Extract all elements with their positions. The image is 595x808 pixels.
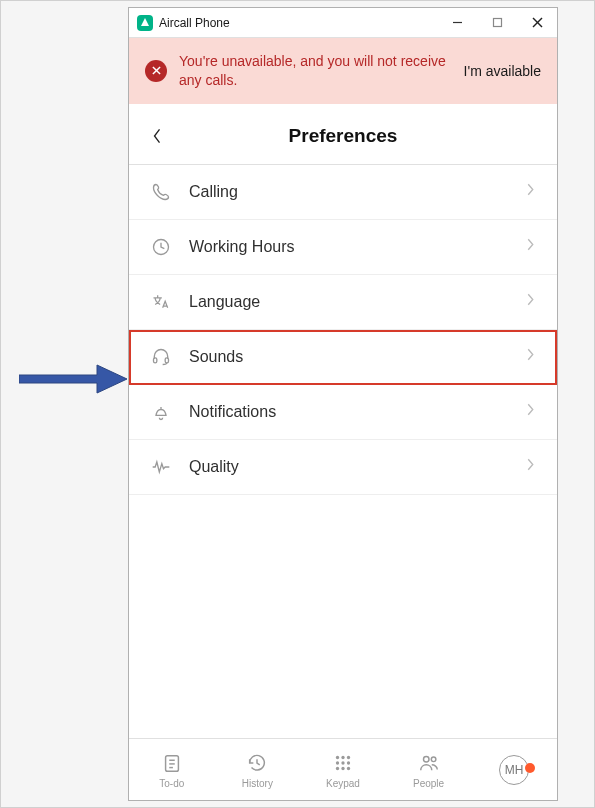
history-icon	[245, 751, 269, 775]
svg-point-19	[341, 761, 344, 764]
banner-message: You're unavailable, and you will not rec…	[179, 52, 452, 90]
svg-point-16	[341, 755, 344, 758]
language-icon	[151, 292, 171, 312]
chevron-right-icon	[526, 347, 535, 366]
people-icon	[417, 751, 441, 775]
svg-point-23	[347, 766, 350, 769]
menu-item-label: Calling	[189, 183, 508, 201]
svg-rect-10	[165, 358, 168, 363]
page-frame: Aircall Phone You're unavailable, and yo…	[0, 0, 595, 808]
maximize-button[interactable]	[477, 8, 517, 38]
phone-icon	[151, 182, 171, 202]
close-button[interactable]	[517, 8, 557, 38]
availability-banner: You're unavailable, and you will not rec…	[129, 38, 557, 104]
svg-point-20	[347, 761, 350, 764]
svg-point-24	[423, 756, 429, 762]
menu-item-sounds[interactable]: Sounds	[129, 330, 557, 385]
chevron-right-icon	[526, 182, 535, 201]
nav-label: To-do	[159, 778, 184, 789]
keypad-icon	[331, 751, 355, 775]
titlebar: Aircall Phone	[129, 8, 557, 38]
nav-todo[interactable]: To-do	[129, 751, 215, 789]
window-title: Aircall Phone	[159, 16, 437, 30]
clock-icon	[151, 237, 171, 257]
waveform-icon	[151, 457, 171, 477]
minimize-button[interactable]	[437, 8, 477, 38]
nav-profile[interactable]: MH	[471, 755, 557, 785]
menu-item-label: Quality	[189, 458, 508, 476]
back-button[interactable]	[145, 124, 169, 148]
chevron-right-icon	[526, 457, 535, 476]
menu-item-label: Notifications	[189, 403, 508, 421]
unavailable-icon	[145, 60, 167, 82]
bell-icon	[151, 402, 171, 422]
svg-rect-3	[493, 19, 501, 27]
menu-item-calling[interactable]: Calling	[129, 165, 557, 220]
menu-item-label: Working Hours	[189, 238, 508, 256]
status-badge	[525, 763, 535, 773]
menu-item-label: Language	[189, 293, 508, 311]
svg-point-22	[341, 766, 344, 769]
svg-marker-0	[19, 365, 127, 393]
nav-label: Keypad	[326, 778, 360, 789]
menu-item-label: Sounds	[189, 348, 508, 366]
preferences-menu: Calling Working Hours	[129, 165, 557, 495]
svg-point-21	[336, 766, 339, 769]
svg-point-17	[347, 755, 350, 758]
im-available-button[interactable]: I'm available	[464, 63, 541, 79]
chevron-right-icon	[526, 292, 535, 311]
nav-label: History	[242, 778, 273, 789]
aircall-logo-icon	[137, 15, 153, 31]
nav-label: People	[413, 778, 444, 789]
menu-item-notifications[interactable]: Notifications	[129, 385, 557, 440]
svg-point-18	[336, 761, 339, 764]
callout-arrow	[19, 363, 127, 395]
headset-icon	[151, 347, 171, 367]
menu-item-quality[interactable]: Quality	[129, 440, 557, 495]
nav-history[interactable]: History	[215, 751, 301, 789]
chevron-right-icon	[526, 237, 535, 256]
app-window: Aircall Phone You're unavailable, and yo…	[128, 7, 558, 801]
svg-point-15	[336, 755, 339, 758]
page-header: Preferences	[129, 106, 557, 164]
bottom-nav: To-do History Keypad	[129, 738, 557, 800]
menu-item-language[interactable]: Language	[129, 275, 557, 330]
chevron-right-icon	[526, 402, 535, 421]
svg-point-25	[431, 757, 436, 762]
todo-icon	[160, 751, 184, 775]
menu-item-working-hours[interactable]: Working Hours	[129, 220, 557, 275]
svg-rect-9	[154, 358, 157, 363]
nav-keypad[interactable]: Keypad	[300, 751, 386, 789]
nav-people[interactable]: People	[386, 751, 472, 789]
page-title: Preferences	[169, 125, 517, 147]
